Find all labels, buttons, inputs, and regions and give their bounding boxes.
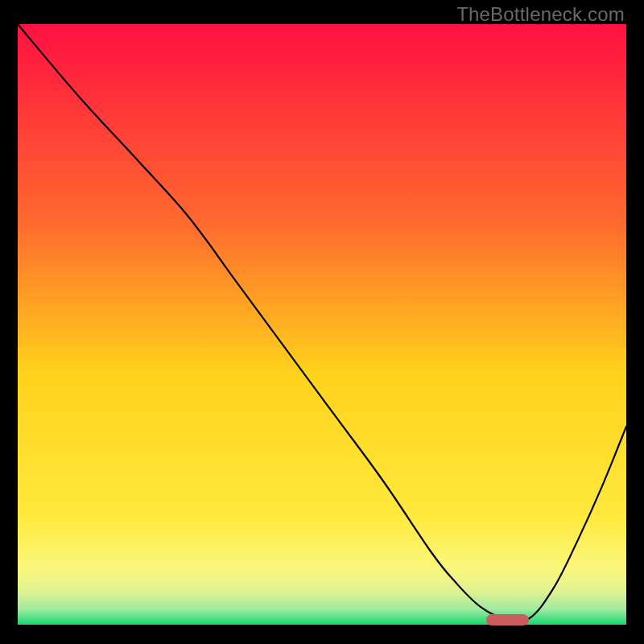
- watermark-text: TheBottleneck.com: [456, 3, 625, 26]
- bottleneck-curve: [18, 24, 626, 625]
- chart-frame: TheBottleneck.com: [0, 0, 644, 644]
- plot-area: [18, 24, 626, 625]
- optimal-marker: [486, 614, 529, 625]
